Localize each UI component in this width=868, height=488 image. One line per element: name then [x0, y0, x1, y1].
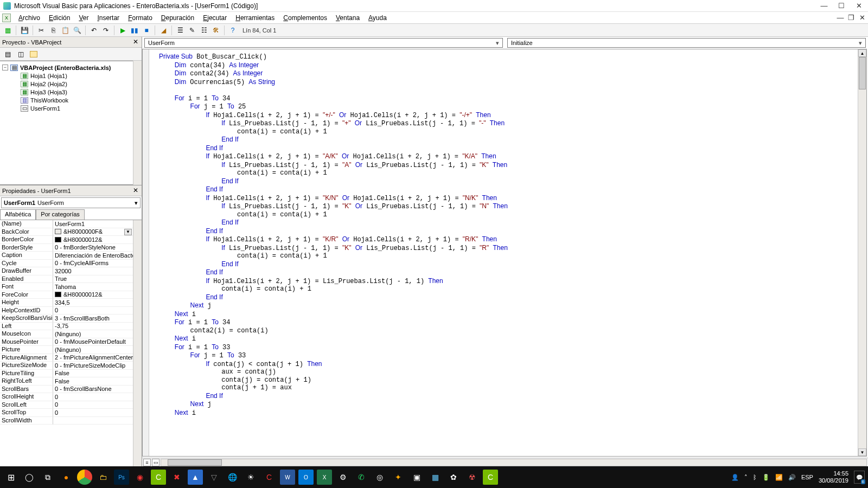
- property-value[interactable]: -3,75: [53, 323, 133, 331]
- tray-chevron-up-icon[interactable]: ˄: [744, 474, 748, 481]
- property-row[interactable]: ScrollTop0: [0, 409, 133, 417]
- taskbar-app-misc4[interactable]: ▣: [409, 470, 424, 485]
- property-value[interactable]: 0: [53, 393, 133, 401]
- break-button[interactable]: ▮▮: [129, 25, 140, 36]
- property-row[interactable]: ScrollHeight0: [0, 393, 133, 401]
- property-value[interactable]: 0: [53, 401, 133, 409]
- toggle-folders-button[interactable]: [28, 49, 39, 60]
- mdi-restore-button[interactable]: ❐: [847, 14, 855, 21]
- taskbar-app-chrome[interactable]: [77, 470, 92, 485]
- properties-scrollbar[interactable]: [133, 220, 142, 466]
- code-editor[interactable]: Private Sub Bot_Buscar_Click() Dim conta…: [149, 49, 858, 456]
- property-row[interactable]: CaptionDiferenciación de EnteroBacteria: [0, 252, 133, 260]
- close-button[interactable]: ✕: [855, 2, 863, 10]
- taskbar-app-ccleaner[interactable]: C: [261, 470, 277, 485]
- tree-collapse-icon[interactable]: −: [2, 65, 8, 70]
- property-row[interactable]: ScrollLeft0: [0, 401, 133, 409]
- taskbar-app-word[interactable]: W: [280, 470, 295, 485]
- cortana-button[interactable]: ◯: [22, 470, 37, 485]
- mdi-close-button[interactable]: ✕: [858, 14, 866, 21]
- menu-ejecutar[interactable]: Ejecutar: [199, 13, 231, 23]
- property-value[interactable]: &H80000012&: [53, 291, 133, 299]
- toolbox-button[interactable]: 🛠: [210, 25, 221, 36]
- task-view-button[interactable]: ⧉: [40, 470, 55, 485]
- minimize-button[interactable]: —: [820, 2, 828, 10]
- project-explorer-close[interactable]: ✕: [132, 38, 139, 46]
- tray-clock[interactable]: 14:55 30/08/2019: [819, 470, 848, 484]
- properties-close[interactable]: ✕: [132, 187, 139, 195]
- property-row[interactable]: ScrollBars0 - fmScrollBarsNone: [0, 386, 133, 394]
- property-value[interactable]: 0 - fmPictureSizeModeClip: [53, 362, 133, 370]
- hscroll-thumb[interactable]: [168, 459, 222, 466]
- property-row[interactable]: (Name)UserForm1: [0, 220, 133, 228]
- property-row[interactable]: PictureAlignment2 - fmPictureAlignmentCe…: [0, 354, 133, 362]
- property-value[interactable]: 0: [53, 409, 133, 417]
- property-value[interactable]: 0 - fmBorderStyleNone: [53, 244, 133, 252]
- menu-ventana[interactable]: Ventana: [331, 13, 364, 23]
- taskbar-app-misc1[interactable]: ⚙: [335, 470, 350, 485]
- paste-button[interactable]: 📋: [60, 25, 71, 36]
- design-mode-button[interactable]: ◢: [158, 25, 169, 36]
- action-center-button[interactable]: 💬6: [854, 471, 865, 484]
- copy-button[interactable]: ⎘: [48, 25, 59, 36]
- property-row[interactable]: KeepScrollBarsVisible3 - fmScrollBarsBot…: [0, 314, 133, 323]
- redo-button[interactable]: ↷: [100, 25, 111, 36]
- project-root-label[interactable]: VBAProject (EnteroBacteria.xls): [20, 65, 111, 71]
- object-combo[interactable]: UserForm ▾: [144, 38, 503, 48]
- scroll-down-arrow[interactable]: ▼: [858, 448, 866, 456]
- undo-button[interactable]: ↶: [88, 25, 99, 36]
- property-row[interactable]: RightToLeftFalse: [0, 377, 133, 386]
- code-horizontal-scrollbar[interactable]: [161, 459, 867, 466]
- menu-ayuda[interactable]: Ayuda: [364, 13, 391, 23]
- property-value[interactable]: 0 - fmCycleAllForms: [53, 260, 133, 268]
- menu-archivo[interactable]: Archivo: [14, 13, 44, 23]
- property-row[interactable]: PictureSizeMode0 - fmPictureSizeModeClip: [0, 362, 133, 370]
- object-browser-button[interactable]: ☷: [199, 25, 209, 36]
- procedure-view-button[interactable]: ≡: [143, 459, 151, 466]
- tray-bluetooth-icon[interactable]: ᛒ: [753, 474, 757, 480]
- property-value[interactable]: Tahoma: [53, 283, 133, 291]
- property-value[interactable]: 32000: [53, 267, 133, 275]
- property-row[interactable]: Picture(Ninguno): [0, 346, 133, 354]
- project-tree[interactable]: − ▤ VBAProject (EnteroBacteria.xls) ▦Hoj…: [0, 61, 133, 185]
- taskbar-app-globe[interactable]: 🌐: [225, 470, 240, 485]
- taskbar-app-misc6[interactable]: ✿: [446, 470, 461, 485]
- property-row[interactable]: MousePointer0 - fmMousePointerDefault: [0, 338, 133, 346]
- menu-complementos[interactable]: Complementos: [279, 13, 331, 23]
- property-value[interactable]: (Ninguno): [53, 330, 133, 338]
- taskbar-app-excel[interactable]: X: [317, 470, 332, 485]
- property-value[interactable]: &H80000012&: [53, 236, 133, 244]
- taskbar-app-misc7[interactable]: ☢: [464, 470, 480, 485]
- menu-ver[interactable]: Ver: [74, 13, 93, 23]
- tree-item[interactable]: ▭UserForm1: [1, 104, 132, 112]
- property-row[interactable]: Cycle0 - fmCycleAllForms: [0, 260, 133, 268]
- tree-item[interactable]: ▥ThisWorkbook: [1, 96, 132, 104]
- save-button[interactable]: 💾: [19, 25, 30, 36]
- taskbar-app-explorer[interactable]: 🗀: [95, 470, 111, 485]
- property-value[interactable]: [53, 417, 133, 425]
- taskbar-app-outlook[interactable]: O: [298, 470, 314, 485]
- property-row[interactable]: Left-3,75: [0, 323, 133, 331]
- property-value[interactable]: False: [53, 370, 133, 378]
- property-row[interactable]: ForeColor&H80000012&: [0, 291, 133, 299]
- property-value[interactable]: 0: [53, 307, 133, 315]
- taskbar-app-camtasia[interactable]: C: [151, 470, 166, 485]
- excel-mdi-icon[interactable]: X: [2, 14, 11, 22]
- tray-language[interactable]: ESP: [801, 474, 813, 480]
- property-row[interactable]: MouseIcon(Ninguno): [0, 330, 133, 338]
- property-row[interactable]: DrawBuffer32000: [0, 267, 133, 275]
- property-value[interactable]: False: [53, 377, 133, 386]
- project-explorer-button[interactable]: ☰: [175, 25, 186, 36]
- menu-insertar[interactable]: Insertar: [93, 13, 124, 23]
- property-row[interactable]: EnabledTrue: [0, 275, 133, 284]
- view-code-button[interactable]: ▤: [2, 49, 13, 60]
- view-excel-button[interactable]: ▦: [2, 25, 13, 36]
- property-value[interactable]: 3 - fmScrollBarsBoth: [53, 314, 133, 323]
- view-object-button[interactable]: ◫: [15, 49, 26, 60]
- taskbar-app-firefox[interactable]: ●: [59, 470, 74, 485]
- taskbar-app-photoshop[interactable]: Ps: [114, 470, 129, 485]
- taskbar-app-misc3[interactable]: ✦: [391, 470, 406, 485]
- taskbar-app-misc2[interactable]: ◎: [372, 470, 387, 485]
- project-tree-scrollbar[interactable]: [133, 61, 142, 185]
- properties-window-button[interactable]: ✎: [187, 25, 197, 36]
